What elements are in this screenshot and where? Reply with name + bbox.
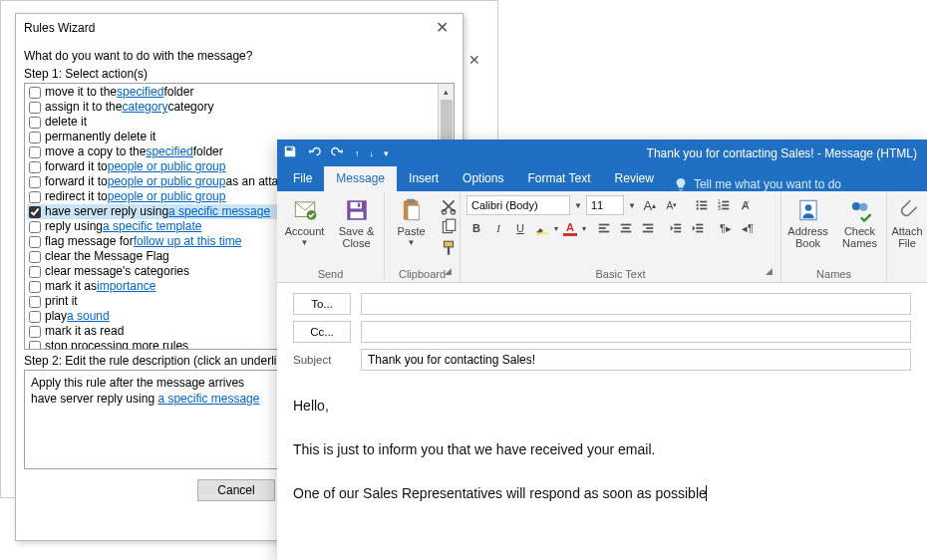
action-link[interactable]: follow up at this time	[134, 234, 242, 249]
action-checkbox[interactable]	[29, 132, 41, 143]
svg-point-44	[804, 204, 811, 211]
action-checkbox[interactable]	[29, 326, 41, 338]
action-link[interactable]: people or public group	[108, 159, 226, 174]
action-checkbox[interactable]	[29, 251, 41, 263]
action-checkbox[interactable]	[29, 191, 41, 203]
action-checkbox[interactable]	[29, 102, 41, 114]
specific-message-link[interactable]: a specific message	[157, 392, 259, 406]
action-checkbox[interactable]	[29, 221, 41, 233]
format-painter-icon[interactable]	[440, 239, 458, 257]
grow-font-icon[interactable]: A▴	[640, 195, 660, 215]
align-center-icon[interactable]	[616, 218, 636, 238]
action-item[interactable]: assign it to the category category	[27, 100, 454, 115]
action-checkbox[interactable]	[29, 176, 41, 188]
to-button[interactable]: To...	[293, 293, 351, 315]
action-link[interactable]: importance	[97, 279, 155, 294]
subject-input[interactable]	[361, 349, 911, 371]
action-checkbox[interactable]	[29, 296, 41, 308]
bullets-icon[interactable]	[692, 195, 712, 215]
action-checkbox[interactable]	[29, 161, 41, 173]
address-book-button[interactable]: Address Book	[784, 195, 832, 251]
svg-rect-40	[696, 224, 703, 226]
align-left-icon[interactable]	[594, 218, 614, 238]
cut-icon[interactable]	[440, 197, 458, 215]
paste-button[interactable]: Paste ▼	[388, 195, 436, 251]
action-link[interactable]: people or public group	[108, 189, 226, 204]
group-label-names: Names	[816, 268, 851, 280]
message-body[interactable]: Hello, This is just to inform you that w…	[277, 387, 927, 512]
to-input[interactable]	[361, 293, 911, 315]
action-text: have server reply using	[45, 204, 168, 219]
tab-message[interactable]: Message	[324, 166, 397, 191]
action-text: forward it to	[45, 159, 108, 174]
action-link[interactable]: a specific template	[103, 219, 201, 234]
action-link[interactable]: people or public group	[108, 174, 226, 189]
tell-me-search[interactable]: Tell me what you want to do	[674, 177, 841, 191]
qat-up-icon[interactable]: ↑	[355, 148, 360, 158]
rtl-icon[interactable]: ◂¶	[738, 218, 758, 238]
scroll-up-icon[interactable]: ▴	[439, 84, 454, 100]
tab-format-text[interactable]: Format Text	[515, 166, 602, 191]
action-checkbox[interactable]	[29, 266, 41, 278]
ltr-icon[interactable]: ¶▸	[716, 218, 736, 238]
svg-rect-14	[447, 247, 449, 255]
action-checkbox[interactable]	[29, 236, 41, 248]
action-link[interactable]: a specific message	[168, 204, 270, 219]
action-checkbox[interactable]	[29, 146, 41, 158]
action-checkbox[interactable]	[29, 87, 41, 99]
clear-formatting-icon[interactable]: A̸	[736, 195, 756, 215]
align-right-icon[interactable]	[638, 218, 658, 238]
highlight-icon[interactable]	[532, 218, 552, 238]
underline-icon[interactable]: U	[510, 218, 530, 238]
save-icon[interactable]	[283, 144, 297, 161]
action-link[interactable]: specified	[117, 85, 163, 100]
action-item[interactable]: delete it	[27, 115, 454, 130]
copy-icon[interactable]	[440, 218, 458, 236]
tab-options[interactable]: Options	[451, 166, 515, 191]
font-color-icon[interactable]: A	[560, 218, 580, 238]
check-names-button[interactable]: Check Names	[836, 195, 884, 251]
size-dropdown-icon[interactable]: ▼	[626, 201, 638, 210]
body-paragraph: Hello,	[293, 395, 911, 417]
dialog-heading: What do you want to do with the message?	[24, 49, 455, 63]
action-checkbox[interactable]	[29, 206, 41, 218]
bold-icon[interactable]: B	[466, 218, 486, 238]
tab-review[interactable]: Review	[603, 166, 666, 191]
font-dropdown-icon[interactable]: ▼	[572, 201, 584, 210]
attach-file-button[interactable]: Attach File	[887, 195, 927, 251]
action-link[interactable]: category	[122, 100, 167, 115]
shrink-font-icon[interactable]: A▾	[662, 195, 682, 215]
italic-icon[interactable]: I	[488, 218, 508, 238]
increase-indent-icon[interactable]	[688, 218, 708, 238]
font-size-select[interactable]	[586, 195, 624, 215]
numbering-icon[interactable]: 123	[714, 195, 734, 215]
action-item[interactable]: move it to the specified folder	[27, 85, 454, 100]
action-checkbox[interactable]	[29, 311, 41, 323]
font-name-select[interactable]	[466, 195, 570, 215]
step1-label: Step 1: Select action(s)	[24, 67, 455, 81]
action-checkbox[interactable]	[29, 341, 41, 351]
tab-file[interactable]: File	[281, 166, 324, 191]
undo-icon[interactable]	[307, 144, 321, 161]
dialog-launcher-icon[interactable]: ◢	[442, 266, 454, 278]
highlight-dropdown-icon[interactable]: ▾	[554, 224, 558, 233]
save-close-button[interactable]: Save & Close	[333, 195, 381, 251]
action-link[interactable]: a sound	[67, 309, 110, 324]
cc-input[interactable]	[361, 321, 911, 343]
tab-insert[interactable]: Insert	[397, 166, 451, 191]
action-link[interactable]: specified	[146, 144, 192, 159]
svg-rect-4	[357, 203, 359, 207]
account-button[interactable]: Account ▼	[281, 195, 329, 251]
cancel-button[interactable]: Cancel	[197, 479, 275, 501]
action-text: mark it as	[45, 279, 97, 294]
svg-rect-22	[722, 201, 729, 203]
qat-down-icon[interactable]: ↓	[370, 148, 375, 158]
decrease-indent-icon[interactable]	[666, 218, 686, 238]
action-checkbox[interactable]	[29, 117, 41, 129]
dialog-launcher-icon[interactable]: ◢	[763, 266, 774, 278]
action-checkbox[interactable]	[29, 281, 41, 293]
close-icon[interactable]: ✕	[430, 18, 455, 37]
font-color-dropdown-icon[interactable]: ▾	[582, 224, 586, 233]
cc-button[interactable]: Cc...	[293, 321, 351, 343]
redo-icon[interactable]	[331, 144, 345, 161]
